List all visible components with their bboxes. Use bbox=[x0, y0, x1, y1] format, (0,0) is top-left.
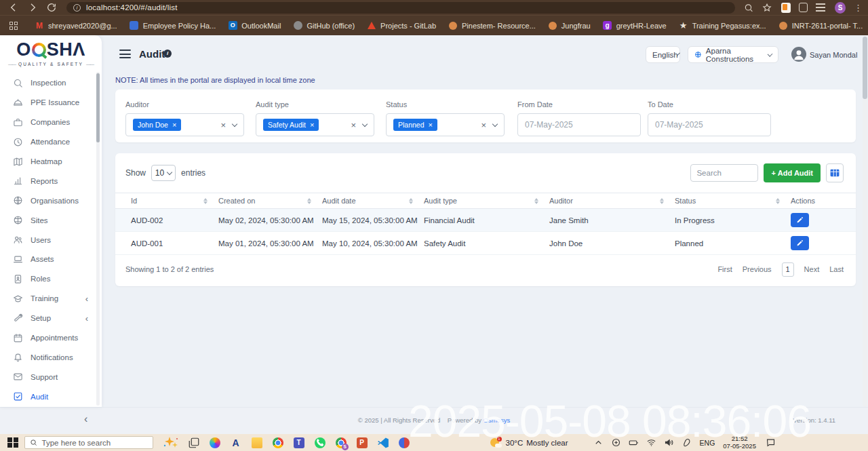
sort-icon[interactable] bbox=[776, 198, 780, 204]
taskbar-app-appA[interactable]: A bbox=[230, 437, 242, 449]
sidebar-item-reports[interactable]: Reports bbox=[0, 171, 102, 191]
from-date-value[interactable] bbox=[525, 120, 633, 130]
sidebar-item-training[interactable]: Training‹ bbox=[0, 289, 102, 309]
status-multiselect[interactable]: Planned× × bbox=[386, 113, 505, 136]
column-header-status[interactable]: Status bbox=[675, 197, 791, 205]
auditor-multiselect[interactable]: John Doe× × bbox=[125, 113, 244, 136]
page-size-select[interactable]: 10 bbox=[151, 165, 176, 181]
pagination-previous[interactable]: Previous bbox=[743, 265, 772, 273]
bookmark-training-pegasus-ex[interactable]: ★Training Pegasus:ex... bbox=[679, 21, 766, 31]
sidebar-item-organisations[interactable]: Organisations bbox=[0, 191, 102, 210]
bookmark-pinestem-resource[interactable]: Pinestem- Resource... bbox=[448, 21, 536, 31]
info-icon[interactable]: i bbox=[163, 50, 172, 58]
bookmark-star-icon[interactable] bbox=[762, 3, 772, 13]
clear-icon[interactable]: × bbox=[481, 120, 486, 130]
sidebar-item-attendance[interactable]: Attendance bbox=[0, 132, 102, 152]
search-input[interactable] bbox=[690, 164, 758, 182]
sidebar-item-companies[interactable]: Companies bbox=[0, 113, 102, 132]
taskbar-app-paint[interactable] bbox=[398, 437, 410, 449]
sidebar-item-users[interactable]: Users bbox=[0, 230, 102, 250]
address-bar[interactable]: i localhost:4200/#/audit/list bbox=[66, 2, 735, 14]
pagination-first[interactable]: First bbox=[717, 265, 732, 273]
taskbar-app-chrome-profile[interactable]: S bbox=[335, 437, 347, 449]
sort-icon[interactable] bbox=[660, 198, 664, 204]
sort-icon[interactable] bbox=[534, 198, 538, 204]
wifi-icon[interactable] bbox=[646, 437, 656, 448]
sidebar-item-setup[interactable]: Setup‹ bbox=[0, 309, 102, 328]
from-date-input[interactable] bbox=[517, 113, 641, 136]
column-header-auditor[interactable]: Auditor bbox=[549, 197, 675, 205]
taskbar-app-whatsapp[interactable] bbox=[314, 437, 326, 449]
apps-grid-icon[interactable] bbox=[9, 22, 18, 30]
start-button[interactable] bbox=[7, 437, 18, 448]
menu-toggle-icon[interactable] bbox=[119, 50, 131, 58]
bookmark-jungfrau[interactable]: Jungfrau bbox=[548, 21, 591, 31]
sort-icon[interactable] bbox=[409, 198, 413, 204]
column-header-id[interactable]: Id bbox=[131, 197, 218, 205]
bookmark-projects-gitlab[interactable]: Projects - GitLab bbox=[367, 21, 436, 31]
taskbar-app-copilot[interactable] bbox=[209, 437, 221, 449]
user-avatar[interactable] bbox=[791, 47, 806, 62]
sidebar-item-inspection[interactable]: Inspection bbox=[0, 73, 102, 93]
bookmark-inrt-2611-portal-t[interactable]: INRT-2611-portal- T... bbox=[778, 21, 863, 31]
company-dropdown[interactable]: Aparna Constructions bbox=[688, 46, 778, 63]
task-view-icon[interactable] bbox=[188, 437, 200, 449]
sort-icon[interactable] bbox=[307, 198, 311, 204]
notification-center-icon[interactable] bbox=[766, 437, 776, 448]
sidebar-scrollbar-thumb[interactable] bbox=[96, 73, 100, 142]
clock[interactable]: 21:52 07-05-2025 bbox=[723, 435, 756, 450]
weather-widget[interactable]: 1 30°C Mostly clear bbox=[490, 437, 568, 448]
sidebar-item-sites[interactable]: Sites bbox=[0, 210, 102, 230]
pagination-next[interactable]: Next bbox=[804, 265, 820, 273]
taskbar-app-explorer[interactable] bbox=[251, 437, 263, 449]
sort-icon[interactable] bbox=[203, 198, 208, 204]
language-dropdown[interactable]: English bbox=[646, 46, 680, 63]
bookmark-shreyaved2020-g[interactable]: Mshreyaved2020@g... bbox=[35, 21, 117, 31]
bookmark-greythr-leave[interactable]: ggreytHR-Leave bbox=[603, 21, 667, 31]
browser-profile-avatar[interactable]: S bbox=[835, 2, 846, 14]
extension-icon[interactable] bbox=[781, 3, 790, 13]
taskbar-app-chrome[interactable] bbox=[272, 437, 284, 449]
forward-icon[interactable] bbox=[27, 2, 38, 13]
reading-list-icon[interactable] bbox=[816, 3, 825, 12]
sidebar-item-assets[interactable]: Assets bbox=[0, 250, 102, 269]
reload-icon[interactable] bbox=[46, 2, 57, 13]
taskbar-search[interactable]: Type here to search bbox=[24, 436, 153, 449]
bookmark-github-office[interactable]: GitHub (office) bbox=[293, 21, 355, 31]
taskbar-app-teams[interactable]: T bbox=[293, 437, 305, 449]
powered-by-link[interactable]: Osmosys bbox=[484, 416, 511, 424]
sidebar-item-appointments[interactable]: Appointments bbox=[0, 328, 102, 348]
column-header-created-on[interactable]: Created on bbox=[218, 197, 322, 205]
browser-menu-icon[interactable]: ⋮ bbox=[854, 3, 863, 13]
audit-type-multiselect[interactable]: Safety Audit× × bbox=[256, 113, 374, 136]
volume-icon[interactable] bbox=[664, 437, 674, 448]
page-info-icon[interactable]: i bbox=[73, 4, 81, 12]
battery-icon[interactable] bbox=[629, 437, 639, 448]
sidebar-item-roles[interactable]: Roles bbox=[0, 269, 102, 289]
sidebar-item-notifications[interactable]: Notifications bbox=[0, 347, 102, 367]
bookmark-outlookmail[interactable]: OOutlookMail bbox=[228, 21, 281, 31]
sidebar-item-ppe-issuance[interactable]: PPE Issuance bbox=[0, 93, 102, 113]
sidebar-item-support[interactable]: Support bbox=[0, 367, 102, 387]
pen-icon[interactable] bbox=[682, 437, 692, 448]
onedrive-icon[interactable] bbox=[611, 437, 621, 448]
column-header-audit-type[interactable]: Audit type bbox=[424, 197, 549, 205]
taskbar-app-vscode[interactable] bbox=[377, 437, 389, 449]
to-date-input[interactable] bbox=[648, 113, 771, 136]
extension-2-icon[interactable] bbox=[799, 3, 808, 12]
language-indicator[interactable]: ENG bbox=[700, 439, 715, 447]
search-tabs-icon[interactable] bbox=[744, 3, 753, 13]
add-audit-button[interactable]: +Add Audit bbox=[764, 163, 821, 182]
to-date-value[interactable] bbox=[655, 120, 764, 130]
clear-icon[interactable]: × bbox=[351, 120, 356, 130]
edit-audit-button[interactable] bbox=[791, 213, 809, 227]
tray-expand-icon[interactable] bbox=[593, 437, 604, 448]
pagination-current-page[interactable]: 1 bbox=[782, 262, 794, 277]
clear-icon[interactable]: × bbox=[220, 120, 226, 130]
taskbar-app-powerpoint[interactable]: P bbox=[356, 437, 368, 449]
sidebar-item-heatmap[interactable]: Heatmap bbox=[0, 152, 102, 172]
page-scrollbar-thumb[interactable] bbox=[863, 37, 867, 99]
bookmark-employee-policy-ha[interactable]: Employee Policy Ha... bbox=[130, 21, 216, 31]
column-header-audit-date[interactable]: Audit date bbox=[322, 197, 424, 205]
tag-remove-icon[interactable]: × bbox=[172, 121, 176, 129]
